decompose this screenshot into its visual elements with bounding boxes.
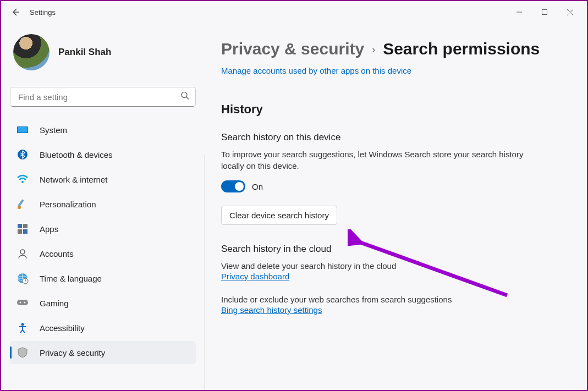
sidebar-item-label: Network & internet	[40, 175, 107, 184]
apps-icon	[17, 223, 29, 235]
clear-history-button[interactable]: Clear device search history	[221, 206, 337, 225]
svg-point-9	[21, 181, 24, 183]
page-title: Search permissions	[383, 40, 540, 58]
shield-icon	[17, 346, 29, 359]
sidebar-item-label: Bluetooth & devices	[40, 150, 113, 159]
system-icon	[17, 124, 29, 136]
svg-rect-7	[18, 127, 28, 133]
search-input[interactable]	[10, 87, 196, 107]
history-heading: History	[221, 102, 565, 117]
svg-rect-1	[542, 10, 547, 15]
svg-rect-20	[17, 300, 28, 305]
main-content: Privacy & security › Search permissions …	[205, 23, 587, 390]
device-history-title: Search history on this device	[221, 132, 565, 143]
sidebar-item-label: System	[40, 125, 67, 135]
clock-globe-icon	[17, 272, 29, 284]
sidebar-item-personalization[interactable]: Personalization	[10, 192, 196, 216]
wifi-icon	[17, 173, 29, 185]
svg-rect-15	[23, 229, 28, 234]
titlebar: Settings	[1, 1, 587, 23]
svg-point-16	[20, 250, 25, 254]
sidebar-item-label: Gaming	[40, 299, 69, 308]
svg-rect-11	[18, 199, 24, 207]
sidebar: Pankil Shah System Bluetooth & devices N…	[1, 23, 205, 390]
sidebar-item-accessibility[interactable]: Accessibility	[10, 316, 196, 339]
svg-point-21	[20, 302, 21, 304]
sidebar-item-label: Accessibility	[40, 323, 85, 333]
sidebar-item-accounts[interactable]: Accounts	[10, 242, 196, 265]
search-icon	[181, 92, 189, 102]
svg-point-4	[182, 92, 187, 98]
window-controls	[507, 3, 582, 21]
sidebar-item-label: Accounts	[40, 249, 74, 258]
sidebar-item-apps[interactable]: Apps	[10, 217, 196, 240]
avatar	[13, 34, 50, 70]
svg-rect-12	[18, 224, 22, 228]
close-button[interactable]	[557, 3, 582, 21]
sidebar-item-network[interactable]: Network & internet	[10, 168, 196, 191]
sidebar-item-label: Personalization	[40, 200, 96, 209]
window-title: Settings	[30, 8, 56, 16]
sidebar-item-privacy[interactable]: Privacy & security	[10, 341, 196, 364]
sidebar-item-label: Privacy & security	[40, 348, 105, 357]
device-history-desc: To improve your search suggestions, let …	[221, 148, 529, 172]
sidebar-item-system[interactable]: System	[10, 118, 196, 141]
cloud-history-desc1: View and delete your search history in t…	[221, 260, 529, 272]
svg-rect-13	[23, 224, 28, 228]
accounts-icon	[17, 247, 29, 260]
manage-accounts-link[interactable]: Manage accounts used by other apps on th…	[221, 66, 411, 75]
search-box	[10, 87, 196, 107]
history-toggle[interactable]	[221, 180, 245, 192]
minimize-button[interactable]	[507, 3, 532, 21]
sidebar-nav: System Bluetooth & devices Network & int…	[10, 117, 196, 390]
accessibility-icon	[17, 322, 29, 334]
gamepad-icon	[17, 297, 29, 309]
bluetooth-icon	[17, 148, 29, 161]
svg-line-5	[186, 97, 189, 100]
sidebar-item-time[interactable]: Time & language	[10, 267, 196, 290]
breadcrumb: Privacy & security › Search permissions	[221, 40, 565, 58]
back-button[interactable]	[6, 2, 25, 22]
svg-point-23	[21, 323, 24, 326]
paintbrush-icon	[17, 198, 29, 210]
toggle-state-label: On	[252, 182, 263, 191]
bing-history-link[interactable]: Bing search history settings	[221, 305, 322, 315]
user-name: Pankil Shah	[58, 47, 111, 58]
cloud-history-title: Search history in the cloud	[221, 244, 565, 255]
cloud-history-desc2: Include or exclude your web searches fro…	[221, 294, 529, 305]
sidebar-item-label: Apps	[40, 224, 58, 234]
profile[interactable]: Pankil Shah	[10, 34, 196, 70]
svg-rect-14	[18, 229, 22, 234]
sidebar-item-label: Time & language	[40, 274, 102, 283]
maximize-button[interactable]	[532, 3, 557, 21]
svg-point-22	[24, 302, 26, 304]
privacy-dashboard-link[interactable]: Privacy dashboard	[221, 272, 289, 281]
sidebar-item-bluetooth[interactable]: Bluetooth & devices	[10, 143, 196, 166]
breadcrumb-parent[interactable]: Privacy & security	[221, 40, 364, 58]
sidebar-item-gaming[interactable]: Gaming	[10, 291, 196, 315]
vertical-divider	[205, 155, 205, 390]
chevron-right-icon: ›	[372, 44, 375, 56]
